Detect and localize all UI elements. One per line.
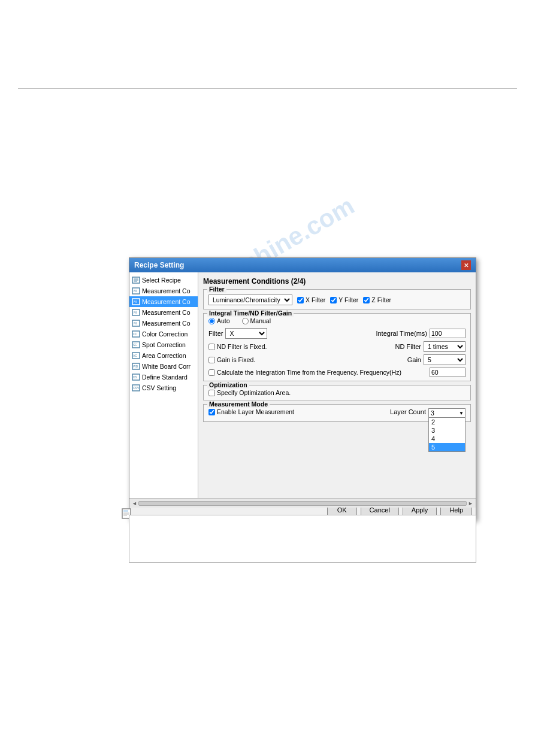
- sidebar-label-meas-co-1: Measurement Co: [142, 287, 191, 294]
- enable-layer-checkbox[interactable]: [208, 409, 215, 415]
- filter-input-label: Filter: [208, 330, 223, 337]
- optimization-group: Optimization Specify Optimization Area.: [203, 385, 471, 400]
- main-section-title: Measurement Conditions (2/4): [203, 277, 471, 286]
- sidebar-item-csv-setting[interactable]: CSV CSV Setting: [129, 382, 198, 393]
- y-filter-checkbox[interactable]: [330, 297, 337, 303]
- sidebar-item-color-correction[interactable]: CC Color Correction: [129, 329, 198, 339]
- z-filter-text: Z Filter: [371, 296, 391, 303]
- measurement-mode-label: Measurement Mode: [207, 400, 270, 408]
- integral-group-label: Integral Time/ND Filter/Gain: [207, 309, 294, 317]
- dialog-titlebar: Recipe Setting ✕: [129, 258, 476, 272]
- sidebar-label-whiteboard-corr: White Board Corr: [142, 363, 191, 370]
- layer-count-dropdown-arrow[interactable]: ▼: [458, 411, 465, 416]
- measurement-mode-row: Enable Layer Measurement Layer Count 3 ▼: [208, 408, 466, 418]
- sidebar-item-spot-correction[interactable]: SC Spot Correction: [129, 339, 198, 350]
- nd-filter-value-container: ND Filter 1 times 2 times 4 times: [337, 341, 466, 352]
- nd-filter-fixed-checkbox[interactable]: [208, 344, 215, 350]
- dialog-body: Select Recipe M Measurement Co M Measure…: [129, 272, 476, 500]
- z-filter-label[interactable]: Z Filter: [363, 296, 391, 303]
- manual-radio[interactable]: [242, 318, 249, 324]
- svg-text:AC: AC: [133, 354, 137, 357]
- nd-filter-fixed-container: ND Filter is Fixed.: [208, 341, 337, 352]
- tree-icon-define-standard: DS: [132, 373, 140, 381]
- y-filter-label[interactable]: Y Filter: [330, 296, 358, 303]
- gain-fixed-container: Gain is Fixed.: [208, 354, 337, 365]
- filter-dropdown[interactable]: Luminance/Chromaticity XYZ RGB: [208, 294, 292, 305]
- layer-count-select-display[interactable]: 3 ▼: [428, 408, 466, 418]
- sidebar-label-meas-co-2: Measurement Co: [142, 298, 191, 305]
- z-filter-checkbox[interactable]: [363, 297, 370, 303]
- sidebar-item-define-standard[interactable]: DS Define Standard: [129, 372, 198, 382]
- manual-radio-label[interactable]: Manual: [242, 317, 271, 324]
- calc-integration-checkbox[interactable]: [208, 369, 215, 376]
- tree-icon-select-recipe: [132, 276, 140, 284]
- integral-time-input[interactable]: [430, 329, 466, 338]
- enable-layer-text: Enable Layer Measurement: [217, 408, 294, 415]
- filter-input-select[interactable]: X Y Z: [225, 328, 267, 339]
- gain-fixed-checkbox[interactable]: [208, 357, 215, 363]
- x-filter-label[interactable]: X Filter: [297, 296, 325, 303]
- sidebar-item-area-correction[interactable]: AC Area Correction: [129, 350, 198, 361]
- layer-count-item-3[interactable]: 3: [429, 426, 465, 435]
- top-rule: [18, 89, 517, 89]
- nd-filter-select[interactable]: 1 times 2 times 4 times: [424, 341, 466, 352]
- nd-filter-fixed-label[interactable]: ND Filter is Fixed.: [208, 343, 267, 350]
- gain-label: Gain: [407, 356, 421, 363]
- layer-count-value: 3: [429, 409, 458, 417]
- enable-layer-label[interactable]: Enable Layer Measurement: [208, 408, 294, 415]
- svg-text:M: M: [134, 321, 137, 325]
- dialog-window: Recipe Setting ✕ Select Recipe M Measu: [129, 257, 476, 520]
- nd-filter-label: ND Filter: [395, 343, 421, 350]
- sidebar-item-meas-co-4[interactable]: M Measurement Co: [129, 318, 198, 329]
- x-filter-text: X Filter: [306, 296, 325, 303]
- svg-text:M: M: [134, 289, 137, 293]
- manual-text: Manual: [250, 317, 271, 324]
- svg-text:WB: WB: [133, 365, 138, 368]
- gain-fixed-label[interactable]: Gain is Fixed.: [208, 356, 255, 363]
- note-area: [129, 515, 476, 563]
- specify-area-label[interactable]: Specify Optimization Area.: [208, 389, 466, 396]
- svg-text:CSV: CSV: [133, 386, 140, 390]
- dialog-title: Recipe Setting: [134, 261, 184, 269]
- measurement-mode-group: Measurement Mode Enable Layer Measuremen…: [203, 404, 471, 422]
- specify-area-checkbox[interactable]: [208, 390, 215, 396]
- tree-icon-whiteboard-corr: WB: [132, 362, 140, 371]
- sidebar-label-meas-co-3: Measurement Co: [142, 309, 191, 316]
- sidebar-item-meas-co-1[interactable]: M Measurement Co: [129, 286, 198, 296]
- calc-integration-text: Calculate the Integration Time from the …: [217, 369, 401, 376]
- tree-icon-meas-co-1: M: [132, 287, 140, 295]
- frequency-input[interactable]: [430, 368, 466, 377]
- optimization-group-label: Optimization: [207, 381, 249, 388]
- nd-filter-row: ND Filter is Fixed. ND Filter 1 times 2 …: [208, 341, 466, 352]
- layer-count-item-5[interactable]: 5: [429, 443, 465, 451]
- sidebar-label-area-correction: Area Correction: [142, 352, 186, 359]
- sidebar-label-meas-co-4: Measurement Co: [142, 320, 191, 327]
- layer-count-item-2[interactable]: 2: [429, 418, 465, 426]
- filter-group-label: Filter: [207, 286, 226, 293]
- auto-text: Auto: [217, 317, 230, 324]
- sidebar-item-meas-co-3[interactable]: M Measurement Co: [129, 307, 198, 318]
- calc-integration-label[interactable]: Calculate the Integration Time from the …: [208, 369, 427, 376]
- layer-count-dropdown-list: 2 3 4 5: [428, 417, 466, 452]
- dialog-close-button[interactable]: ✕: [461, 260, 471, 270]
- integral-time-container: Integral Time(ms): [337, 328, 466, 339]
- sidebar-item-whiteboard-corr[interactable]: WB White Board Corr: [129, 361, 198, 372]
- svg-text:M: M: [134, 300, 137, 303]
- sidebar-label-color-correction: Color Correction: [142, 330, 188, 338]
- svg-text:SC: SC: [133, 343, 137, 347]
- gain-select[interactable]: 1 2 3 4 5: [424, 354, 466, 365]
- integral-time-label: Integral Time(ms): [376, 330, 427, 337]
- sidebar-item-meas-co-2[interactable]: M Measurement Co: [129, 296, 198, 307]
- integral-group: Integral Time/ND Filter/Gain Auto Manual: [203, 313, 471, 381]
- auto-radio[interactable]: [208, 318, 215, 324]
- svg-text:M: M: [134, 311, 137, 314]
- layer-count-item-4[interactable]: 4: [429, 435, 465, 443]
- sidebar-item-select-recipe[interactable]: Select Recipe: [129, 275, 198, 286]
- auto-manual-row: Auto Manual: [208, 317, 466, 324]
- tree-icon-meas-co-3: M: [132, 308, 140, 317]
- x-filter-checkbox[interactable]: [297, 297, 304, 303]
- sidebar-scrollbar[interactable]: ◄ ►: [129, 498, 198, 500]
- sidebar-label-spot-correction: Spot Correction: [142, 341, 186, 348]
- tree-icon-color-correction: CC: [132, 330, 140, 338]
- auto-radio-label[interactable]: Auto: [208, 317, 230, 324]
